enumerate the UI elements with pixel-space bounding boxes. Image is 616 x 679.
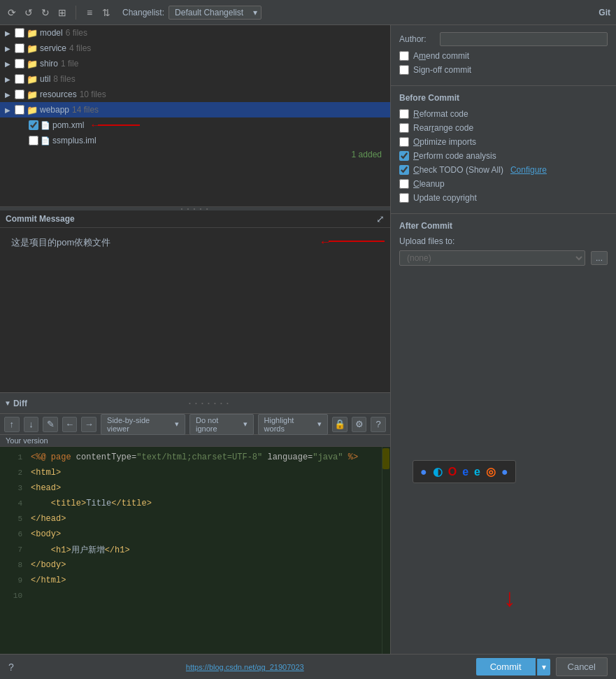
grid-icon[interactable]: ⊞ (56, 6, 69, 19)
line-num-7: 7 (6, 545, 22, 554)
configure-link[interactable]: Configure (510, 165, 547, 175)
code-content-7: <h1>用户新增</h1> (31, 544, 130, 556)
tree-row-service[interactable]: ▶ 📁 service 4 files (0, 41, 390, 56)
changelist-dropdown-wrapper[interactable]: Default Changelist ▾ (169, 6, 262, 20)
code-line-10: 10 (0, 588, 390, 603)
sort-icon[interactable]: ⇅ (100, 6, 113, 19)
commit-message-label: Commit Message (6, 214, 75, 224)
diff-toggle[interactable]: ▼ Diff (4, 399, 30, 408)
check-todo-row: Check TODO (Show All) Configure (399, 164, 608, 176)
tree-name-shiro: shiro (40, 59, 58, 69)
tree-row-resources[interactable]: ▶ 📁 resources 10 files (0, 87, 390, 102)
tree-row-ssmplumiml[interactable]: ▶ 📄 ssmplus.iml (0, 133, 390, 148)
help-button[interactable]: ? (8, 662, 14, 673)
url-link[interactable]: https://blog.csdn.net/qq_21907023 (186, 663, 304, 671)
tree-arrow-resources[interactable]: ▶ (3, 90, 13, 99)
refresh-icon[interactable]: ⟳ (6, 6, 18, 19)
commit-message-input[interactable]: 这是项目的pom依赖文件 (6, 232, 313, 274)
line-num-10: 10 (6, 592, 22, 600)
tree-arrow-webapp[interactable]: ▶ (3, 105, 13, 115)
ignore-label: Do not ignore (196, 416, 241, 433)
check-todo-checkbox[interactable] (399, 165, 409, 175)
upload-select[interactable]: (none) (399, 250, 585, 266)
code-area[interactable]: 1 <%@ page contentType="text/html;charse… (0, 447, 390, 679)
optimize-imports-checkbox[interactable] (399, 137, 409, 147)
signoff-commit-checkbox[interactable] (399, 65, 409, 75)
reformat-code-checkbox[interactable] (399, 109, 409, 119)
changelist-select[interactable]: Default Changelist (169, 6, 262, 20)
commit-button[interactable]: Commit (476, 658, 536, 676)
commit-dropdown-arrow[interactable]: ▾ (537, 659, 550, 676)
perform-analysis-row: Perform code analysis (399, 150, 608, 162)
viewer-label: Side-by-side viewer (107, 416, 173, 433)
tree-check-model[interactable] (15, 28, 24, 38)
tree-check-webapp[interactable] (15, 105, 24, 115)
chromium-icon: ● (501, 466, 508, 478)
code-content-1: <%@ page contentType="text/html;charset=… (31, 452, 358, 462)
code-line-6: 6 <body> (0, 527, 390, 542)
code-scrollbar-right[interactable] (382, 447, 390, 679)
drag-handle-diff[interactable]: • • • • • • • (33, 401, 386, 405)
list-icon[interactable]: ≡ (83, 6, 96, 19)
lock-icon[interactable]: 🔒 (332, 417, 348, 432)
folder-icon-resources: 📁 (27, 90, 38, 100)
upload-files-row: Upload files to: (399, 236, 608, 246)
code-line-5: 5 </head> (0, 511, 390, 527)
highlight-dropdown[interactable]: Highlight words ▾ (258, 414, 329, 435)
tree-row-util[interactable]: ▶ 📁 util 8 files (0, 71, 390, 87)
tree-row-shiro[interactable]: ▶ 📁 shiro 1 file (0, 56, 390, 71)
tree-check-resources[interactable] (15, 90, 24, 99)
git-label: Git (599, 8, 610, 17)
line-num-4: 4 (6, 499, 22, 508)
ignore-dropdown[interactable]: Do not ignore ▾ (189, 414, 254, 435)
highlight-arrow-icon: ▾ (317, 420, 322, 429)
line-num-3: 3 (6, 484, 22, 492)
update-copyright-checkbox[interactable] (399, 193, 409, 203)
tree-arrow-service[interactable]: ▶ (3, 43, 13, 53)
line-num-5: 5 (6, 515, 22, 523)
tree-check-pomxml[interactable] (29, 120, 38, 130)
tree-arrow-model[interactable]: ▶ (3, 28, 13, 38)
code-line-9: 9 </html> (0, 573, 390, 588)
tree-check-service[interactable] (15, 43, 24, 53)
tree-row-webapp[interactable]: ▶ 📁 webapp 14 files (0, 102, 390, 117)
amend-commit-checkbox[interactable] (399, 51, 409, 61)
commit-message-expand-icon[interactable]: ⤢ (376, 213, 385, 224)
tree-row-pomxml[interactable]: ▶ 📄 pom.xml ← (0, 117, 390, 133)
update-copyright-row: Update copyright (399, 192, 608, 203)
added-count-label: 1 added (352, 150, 382, 159)
tree-check-shiro[interactable] (15, 59, 24, 69)
scroll-down-icon[interactable]: ↓ (24, 417, 39, 432)
tree-row-model[interactable]: ▶ 📁 model 6 files (0, 25, 390, 41)
tree-arrow-shiro[interactable]: ▶ (3, 59, 13, 69)
file-tree: ▶ 📁 model 6 files ▶ 📁 service 4 files ▶ … (0, 25, 390, 207)
undo-icon[interactable]: ↺ (22, 6, 35, 19)
rearrange-code-checkbox[interactable] (399, 123, 409, 133)
author-input[interactable] (440, 32, 608, 46)
cleanup-checkbox[interactable] (399, 179, 409, 189)
cancel-button[interactable]: Cancel (556, 657, 608, 676)
viewer-dropdown[interactable]: Side-by-side viewer ▾ (101, 414, 185, 435)
reformat-code-row: Reformat code (399, 108, 608, 120)
viewer-arrow-icon: ▾ (175, 420, 179, 429)
code-line-3: 3 <head> (0, 480, 390, 496)
settings-icon[interactable]: ⚙ (352, 417, 367, 432)
ie-icon: e (462, 466, 468, 478)
tree-count-model: 6 files (66, 28, 87, 38)
help-diff-icon[interactable]: ? (371, 417, 386, 432)
forward-icon[interactable]: → (81, 417, 96, 432)
tree-count-webapp: 14 files (72, 105, 99, 115)
back-icon[interactable]: ← (62, 417, 78, 432)
folder-icon-shiro: 📁 (27, 59, 38, 69)
your-version-bar: Your version (0, 435, 390, 447)
scroll-up-icon[interactable]: ↑ (4, 417, 20, 432)
diff-title: Diff (13, 399, 27, 408)
tree-check-util[interactable] (15, 74, 24, 84)
code-content-9: </html> (31, 576, 66, 585)
perform-analysis-checkbox[interactable] (399, 151, 409, 161)
redo-icon[interactable]: ↻ (39, 6, 52, 19)
tree-check-ssmplumiml[interactable] (29, 136, 38, 145)
edit-icon[interactable]: ✎ (43, 417, 58, 432)
upload-more-button[interactable]: ... (591, 251, 608, 265)
tree-arrow-util[interactable]: ▶ (3, 74, 13, 84)
